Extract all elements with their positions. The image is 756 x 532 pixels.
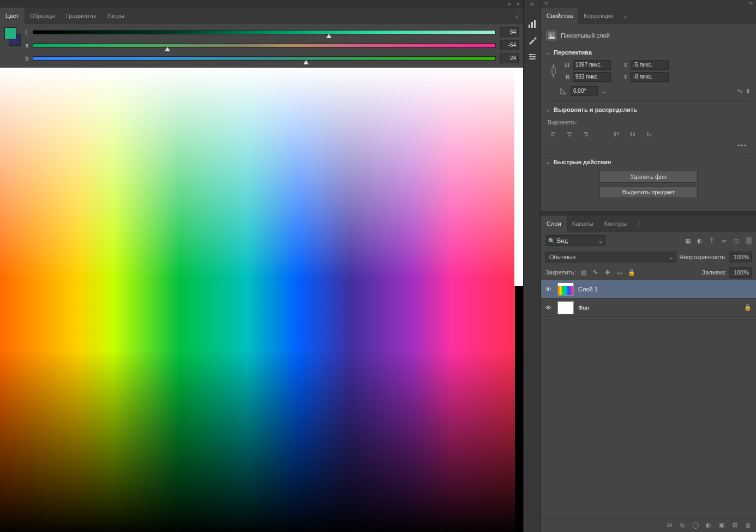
lock-transparency-icon[interactable]: ▨ <box>579 268 588 277</box>
layer-filter-kind[interactable]: 🔍 Вид ⌄ <box>545 235 605 246</box>
tab-adjustments[interactable]: Коррекция <box>578 8 619 24</box>
svg-point-3 <box>530 54 531 56</box>
layer-thumb[interactable] <box>557 283 574 296</box>
color-panel: Цвет Образцы Градиенты Узоры ≡ L 64 a <box>0 8 523 68</box>
layer-row[interactable]: 👁 Слой 1 <box>541 280 756 298</box>
layer-list: 👁 Слой 1 👁 Фон 🔒 <box>541 280 756 518</box>
tab-properties[interactable]: Свойства <box>541 8 578 24</box>
tab-color[interactable]: Цвет <box>0 8 25 24</box>
tab-channels[interactable]: Каналы <box>567 216 599 232</box>
quick-actions-header[interactable]: ⌄ Быстрые действия <box>547 156 751 169</box>
layer-name[interactable]: Фон <box>578 304 740 311</box>
x-label: X <box>614 62 627 68</box>
collapse-right-right-icon[interactable]: ›› <box>749 0 753 8</box>
angle-icon <box>560 87 567 95</box>
transform-section-header[interactable]: ⌄ Перспектива <box>547 46 751 59</box>
dock-strip: ‹‹ <box>524 0 541 532</box>
close-left-icon[interactable]: × <box>517 1 520 7</box>
width-input[interactable]: 1397 пикс. <box>573 60 611 70</box>
group-icon[interactable]: ▣ <box>718 522 725 529</box>
slider-track-b[interactable] <box>33 56 496 61</box>
slider-row-b: b 24 <box>22 53 519 63</box>
dock-brush-icon[interactable] <box>527 35 538 46</box>
blend-mode-select[interactable]: Обычные <box>545 252 676 262</box>
slider-value-a[interactable]: -54 <box>500 40 519 50</box>
filter-pixel-icon[interactable]: ▦ <box>684 237 692 244</box>
filter-smart-icon[interactable]: ◫ <box>732 237 740 244</box>
align-hcenter-icon <box>564 129 575 140</box>
height-input[interactable]: 983 пикс. <box>573 72 611 82</box>
flip-horizontal-icon[interactable]: ⇋ <box>737 88 742 95</box>
flip-vertical-icon[interactable]: ⥮ <box>746 88 751 95</box>
tab-swatches[interactable]: Образцы <box>25 8 61 24</box>
lock-artboard-icon[interactable]: ▭ <box>615 268 624 277</box>
align-right-icon <box>580 129 591 140</box>
collapse-left-icon[interactable]: ‹‹ <box>507 1 511 7</box>
layer-row[interactable]: 👁 Фон 🔒 <box>541 298 756 317</box>
dock-adjust-icon[interactable] <box>527 51 538 62</box>
foreground-swatch[interactable] <box>4 27 16 39</box>
fill-input[interactable]: 100% <box>729 267 752 278</box>
layer-thumb[interactable] <box>557 301 574 314</box>
slider-label-b: b <box>22 56 28 62</box>
tab-paths[interactable]: Контуры <box>599 216 633 232</box>
align-bottom-icon <box>644 129 655 140</box>
fx-icon[interactable]: fx <box>679 522 686 529</box>
adjustment-layer-icon[interactable]: ◐ <box>705 522 712 529</box>
slider-track-a[interactable] <box>33 43 496 47</box>
svg-rect-2 <box>534 20 536 28</box>
slider-track-l[interactable] <box>33 30 496 34</box>
link-wh-icon[interactable] <box>549 63 559 79</box>
filter-type-icon[interactable]: T <box>708 237 716 244</box>
lock-pixels-icon[interactable]: ✎ <box>591 268 600 277</box>
opacity-input[interactable]: 100% <box>729 252 752 262</box>
color-panel-menu-icon[interactable]: ≡ <box>511 13 523 19</box>
align-top-icon <box>611 129 622 140</box>
dock-histogram-icon[interactable] <box>527 19 538 29</box>
y-label: Y <box>614 74 627 80</box>
tab-layers[interactable]: Слои <box>541 216 567 232</box>
slider-value-b[interactable]: 24 <box>500 53 519 63</box>
height-label: В <box>562 74 569 80</box>
lock-all-icon[interactable]: 🔒 <box>627 268 636 277</box>
layer-type-label: Пиксельный слой <box>561 32 610 39</box>
y-input[interactable]: -8 пикс. <box>631 72 669 82</box>
expand-dock-icon[interactable]: ‹‹ <box>530 1 534 7</box>
slider-thumb-a[interactable] <box>165 47 170 51</box>
align-title: Выровнять и распределить <box>554 106 637 113</box>
svg-point-4 <box>533 56 535 58</box>
tab-gradients[interactable]: Градиенты <box>61 8 101 24</box>
new-layer-icon[interactable]: ⊞ <box>731 522 739 529</box>
visibility-toggle-icon[interactable]: 👁 <box>545 286 553 292</box>
filter-shape-icon[interactable]: ▱ <box>720 237 728 244</box>
canvas-bg-edge <box>514 68 523 286</box>
slider-value-l[interactable]: 64 <box>500 27 519 37</box>
mask-icon[interactable]: ◯ <box>692 522 699 529</box>
angle-input[interactable]: 0,00° <box>571 86 598 96</box>
lock-position-icon[interactable]: ✥ <box>603 268 612 277</box>
quick-actions-title: Быстрые действия <box>554 159 611 165</box>
filter-adjust-icon[interactable]: ◐ <box>696 237 704 244</box>
left-pane: ‹‹ × Цвет Образцы Градиенты Узоры ≡ L 64 <box>0 0 524 532</box>
left-topbar: ‹‹ × <box>0 0 523 8</box>
remove-background-button[interactable]: Удалить фон <box>599 171 698 183</box>
properties-menu-icon[interactable]: ≡ <box>619 13 631 19</box>
angle-dropdown-icon[interactable]: ⌄ <box>601 88 606 95</box>
tab-patterns[interactable]: Узоры <box>101 8 129 24</box>
layer-name[interactable]: Слой 1 <box>578 286 752 292</box>
x-input[interactable]: -5 пикс. <box>631 60 669 70</box>
align-more-icon[interactable]: ••• <box>547 140 751 148</box>
align-section-header[interactable]: ⌄ Выровнять и распределить <box>547 103 751 116</box>
filter-toggle[interactable] <box>746 237 752 244</box>
slider-thumb-b[interactable] <box>303 60 309 64</box>
properties-panel: Свойства Коррекция ≡ Пиксельный слой ⌄ П… <box>541 8 756 211</box>
delete-layer-icon[interactable]: 🗑 <box>744 522 752 529</box>
link-layers-icon[interactable]: ⌘ <box>665 522 673 529</box>
layers-menu-icon[interactable]: ≡ <box>633 220 645 227</box>
slider-thumb-l[interactable] <box>326 34 332 38</box>
select-subject-button[interactable]: Выделить предмет <box>599 186 698 198</box>
visibility-toggle-icon[interactable]: 👁 <box>545 304 553 311</box>
layers-footer: ⌘ fx ◯ ◐ ▣ ⊞ 🗑 <box>541 518 756 532</box>
collapse-right-left-icon[interactable]: ‹‹ <box>544 0 548 8</box>
canvas-area[interactable] <box>0 68 523 532</box>
